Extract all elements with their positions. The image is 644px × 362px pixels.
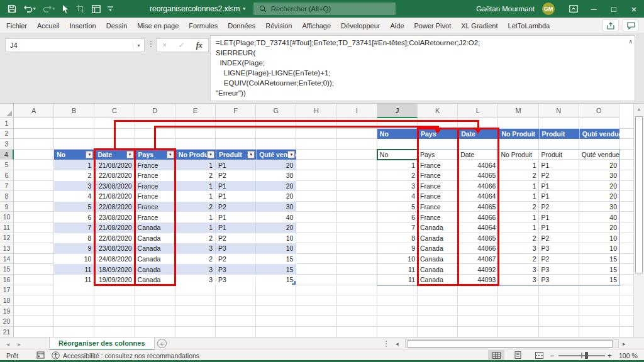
redo-dropdown-icon[interactable]: ▾	[53, 6, 55, 11]
row-header-10[interactable]: 10	[0, 212, 14, 222]
right-table-cell[interactable]: 3	[498, 243, 538, 254]
right-table-cell[interactable]: 3	[498, 275, 538, 285]
document-title[interactable]: reorganisercolonnes2.xlsm ▾	[150, 0, 245, 18]
left-table-cell[interactable]: 3	[175, 243, 216, 254]
right-table-cell[interactable]: 15	[579, 275, 619, 285]
column-header-H[interactable]: H	[296, 104, 336, 118]
ribbon-tab-aide[interactable]: Aide	[385, 18, 409, 33]
left-table-cell[interactable]: France	[135, 181, 175, 192]
right-table-cell[interactable]: 44065	[458, 233, 498, 244]
left-table-cell[interactable]: Canada	[135, 222, 175, 233]
right-table-cell[interactable]: 1	[377, 160, 418, 170]
vertical-scrollbar[interactable]: ▲	[633, 104, 644, 337]
ribbon-tab-dessin[interactable]: Dessin	[101, 18, 133, 33]
sheet-nav-right-icon[interactable]: ▸	[18, 337, 21, 350]
select-pointer-icon[interactable]	[62, 4, 69, 13]
right-table-cell[interactable]: P2	[539, 170, 579, 181]
confirm-entry-icon[interactable]: ✓	[178, 41, 184, 50]
right-table-cell[interactable]: 3	[377, 181, 418, 192]
left-table-cell[interactable]: France	[135, 212, 175, 222]
ribbon-tab-données[interactable]: Données	[223, 18, 260, 33]
close-button[interactable]: ×	[624, 0, 644, 18]
row-header-21[interactable]: 21	[0, 327, 14, 337]
avatar[interactable]: GM	[542, 3, 555, 15]
right-table-cell[interactable]: 15	[579, 254, 619, 265]
right-header-no[interactable]: No	[377, 129, 418, 140]
right-table-cell[interactable]: P2	[539, 202, 579, 212]
row-header-15[interactable]: 15	[0, 264, 14, 275]
left-table-cell[interactable]: 10	[256, 233, 296, 244]
column-header-G[interactable]: G	[256, 104, 296, 118]
left-table-header-produit[interactable]: Produit▼	[216, 150, 256, 160]
right-table-cell[interactable]: 44064	[458, 160, 498, 170]
right-table-cell[interactable]: 2	[498, 202, 538, 212]
left-table-cell[interactable]: P1	[216, 222, 256, 233]
undo-dropdown-icon[interactable]: ▾	[33, 6, 36, 11]
row-header-16[interactable]: 16	[0, 275, 14, 285]
left-table-cell[interactable]: 1	[54, 160, 94, 170]
right-table-cell[interactable]: 7	[377, 222, 418, 233]
left-table-cell[interactable]: 2	[175, 233, 216, 244]
left-table-cell[interactable]: 24/08/2020	[94, 254, 135, 265]
left-table-cell[interactable]: 15	[256, 275, 296, 285]
right-row4-header-quté-vendue[interactable]: Quté vendue	[579, 150, 619, 160]
right-table-cell[interactable]: 11	[377, 264, 418, 275]
filter-dropdown-icon[interactable]: ▼	[167, 151, 174, 158]
sheet-tab[interactable]: Réorganiser des colonnes	[49, 337, 155, 350]
right-table-cell[interactable]: 44064	[458, 191, 498, 202]
row-header-18[interactable]: 18	[0, 295, 14, 306]
right-table-cell[interactable]: Canada	[418, 222, 458, 233]
column-header-K[interactable]: K	[418, 104, 458, 118]
left-table-cell[interactable]: France	[135, 170, 175, 181]
column-header-F[interactable]: F	[216, 104, 256, 118]
left-table-cell[interactable]: Canada	[135, 243, 175, 254]
undo-button[interactable]: ▾	[23, 5, 36, 13]
left-table-header-no[interactable]: No▼	[54, 150, 94, 160]
ribbon-tab-xl-gradient[interactable]: XL Gradient	[456, 18, 502, 33]
left-table-cell[interactable]: France	[135, 202, 175, 212]
zoom-level-label[interactable]: 100 %	[619, 350, 638, 361]
name-box[interactable]: J4 ▾	[5, 38, 145, 52]
right-table-cell[interactable]: 20	[579, 222, 619, 233]
left-table-cell[interactable]: 3	[54, 181, 94, 192]
row-header-5[interactable]: 5	[0, 160, 14, 170]
left-table-cell[interactable]: 20	[256, 181, 296, 192]
select-all-corner[interactable]	[0, 104, 14, 118]
right-table-cell[interactable]: P1	[539, 181, 579, 192]
row-header-11[interactable]: 11	[0, 222, 14, 233]
left-table-cell[interactable]: 10	[256, 243, 296, 254]
right-table-cell[interactable]: 10	[579, 243, 619, 254]
left-table-cell[interactable]: P3	[216, 243, 256, 254]
scroll-up-icon[interactable]: ▲	[634, 104, 644, 114]
left-table-cell[interactable]: 15	[256, 254, 296, 265]
left-table-cell[interactable]: 11	[54, 264, 94, 275]
ribbon-tab-lettolambda[interactable]: LetToLambda	[503, 18, 555, 33]
right-table-cell[interactable]: 1	[498, 222, 538, 233]
right-table-cell[interactable]: 1	[498, 181, 538, 192]
maximize-button[interactable]: □	[604, 0, 624, 18]
right-table-cell[interactable]: P1	[539, 212, 579, 222]
splitter-dots[interactable]	[385, 341, 387, 347]
row-header-13[interactable]: 13	[0, 243, 14, 254]
right-table-cell[interactable]: P1	[539, 191, 579, 202]
right-table-cell[interactable]: Canada	[418, 233, 458, 244]
right-table-cell[interactable]: 44065	[458, 170, 498, 181]
filter-dropdown-icon[interactable]: ▼	[86, 151, 93, 158]
row-header-20[interactable]: 20	[0, 316, 14, 327]
row-header-1[interactable]: 1	[0, 118, 14, 129]
horizontal-scrollbar-thumb[interactable]	[408, 340, 613, 348]
left-table-cell[interactable]: Canada	[135, 233, 175, 244]
right-table-cell[interactable]: France	[418, 202, 458, 212]
left-table-cell[interactable]: P1	[216, 160, 256, 170]
left-table-cell[interactable]: 23/08/2020	[94, 181, 135, 192]
left-table-cell[interactable]: Canada	[135, 254, 175, 265]
right-table-cell[interactable]: 44066	[458, 212, 498, 222]
macro-record-icon[interactable]	[36, 351, 45, 359]
left-table-cell[interactable]: 23/08/2020	[94, 212, 135, 222]
scroll-right-icon[interactable]: ▸	[623, 337, 626, 350]
vertical-scrollbar-thumb[interactable]	[635, 116, 643, 273]
column-header-A[interactable]: A	[14, 104, 54, 118]
right-table-cell[interactable]: 2	[498, 233, 538, 244]
name-box-dropdown-icon[interactable]: ▾	[133, 43, 144, 48]
ribbon-tab-fichier[interactable]: Fichier	[1, 18, 32, 33]
